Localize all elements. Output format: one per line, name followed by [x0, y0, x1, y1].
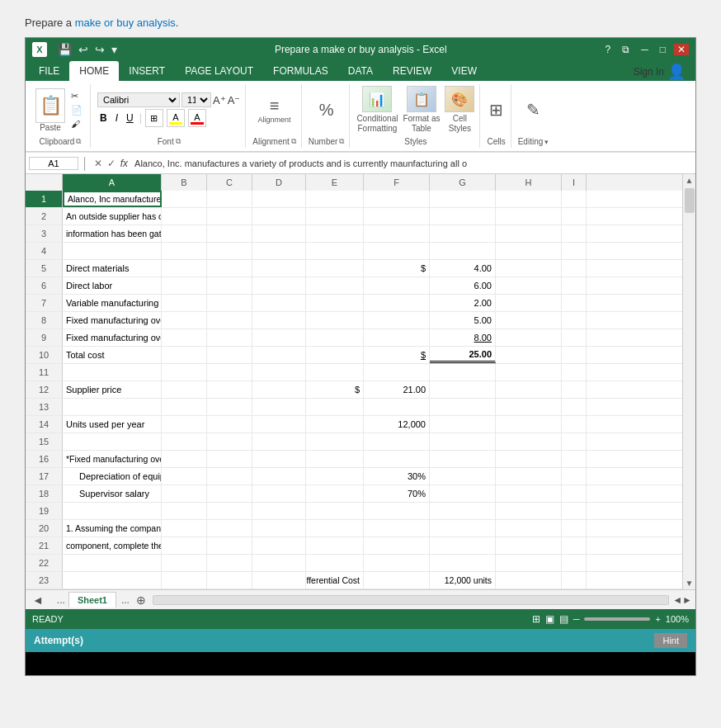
cell-i20[interactable] — [562, 520, 587, 537]
cell-c13[interactable] — [207, 399, 252, 415]
cell-i18[interactable] — [562, 485, 587, 502]
cell-i3[interactable] — [562, 225, 587, 242]
tab-file[interactable]: FILE — [29, 61, 69, 81]
cell-a23[interactable] — [63, 572, 162, 589]
cell-e23[interactable]: Per Unit Differential Cost — [306, 572, 364, 589]
cell-a18[interactable]: Supervisor salary — [63, 485, 162, 502]
cell-e11[interactable] — [306, 364, 364, 381]
paste-button[interactable]: 📋 — [35, 88, 65, 123]
cell-d6[interactable] — [252, 277, 306, 294]
cell-h9[interactable] — [496, 329, 562, 346]
cell-b20[interactable] — [162, 520, 207, 537]
cell-b2[interactable] — [162, 208, 207, 225]
cell-g23[interactable]: 12,000 units — [430, 572, 496, 589]
cell-h19[interactable] — [496, 503, 562, 519]
cell-i10[interactable] — [562, 347, 587, 363]
cell-d20[interactable] — [252, 520, 306, 537]
cell-f23[interactable] — [364, 572, 430, 589]
cell-g12[interactable] — [430, 381, 496, 398]
cell-b19[interactable] — [162, 503, 207, 519]
horizontal-scrollbar[interactable] — [153, 595, 669, 605]
cell-d19[interactable] — [252, 503, 306, 519]
cell-a20[interactable]: 1. Assuming the company has no alternati… — [63, 520, 162, 537]
cell-b4[interactable] — [162, 243, 207, 259]
cell-c10[interactable] — [207, 347, 252, 363]
cell-c3[interactable] — [207, 225, 252, 242]
cell-d1[interactable] — [252, 191, 306, 207]
cell-f14[interactable]: 12,000 — [364, 416, 430, 433]
format-painter-button[interactable]: 🖌 — [68, 118, 85, 130]
cell-b11[interactable] — [162, 364, 207, 381]
increase-font-size-button[interactable]: A⁺ — [213, 94, 226, 106]
cell-b21[interactable] — [162, 537, 207, 554]
cell-e13[interactable] — [306, 399, 364, 415]
cell-c5[interactable] — [207, 260, 252, 277]
cell-b18[interactable] — [162, 485, 207, 502]
cell-d8[interactable] — [252, 312, 306, 329]
row-num-20[interactable]: 20 — [26, 520, 63, 537]
cell-i13[interactable] — [562, 399, 587, 415]
cell-i22[interactable] — [562, 555, 587, 571]
cell-g15[interactable] — [430, 433, 496, 450]
cell-e6[interactable] — [306, 277, 364, 294]
help-btn[interactable]: ? — [602, 44, 615, 55]
cell-i16[interactable] — [562, 451, 587, 467]
maximize-btn[interactable]: □ — [657, 44, 669, 55]
col-header-d[interactable]: D — [252, 174, 306, 191]
cell-f13[interactable] — [364, 399, 430, 415]
cell-d14[interactable] — [252, 416, 306, 433]
cell-g9[interactable]: 8.00 — [430, 329, 496, 346]
cell-c21[interactable] — [207, 537, 252, 554]
cell-g13[interactable] — [430, 399, 496, 415]
cell-reference-input[interactable] — [29, 157, 78, 170]
scroll-up-arrow[interactable]: ▲ — [684, 174, 695, 187]
cell-i9[interactable] — [562, 329, 587, 346]
cell-e7[interactable] — [306, 295, 364, 311]
cell-f5[interactable]: $ — [364, 260, 430, 277]
cell-a12[interactable]: Supplier price — [63, 381, 162, 398]
cell-f3[interactable] — [364, 225, 430, 242]
cell-b6[interactable] — [162, 277, 207, 294]
cell-i11[interactable] — [562, 364, 587, 381]
cell-f16[interactable] — [364, 451, 430, 467]
cell-a3[interactable]: information has been gathered relating t… — [63, 225, 162, 242]
decrease-font-size-button[interactable]: A⁻ — [228, 94, 241, 106]
cell-h12[interactable] — [496, 381, 562, 398]
fill-color-button[interactable]: A — [167, 109, 185, 127]
cell-h2[interactable] — [496, 208, 562, 225]
cell-c8[interactable] — [207, 312, 252, 329]
cell-g4[interactable] — [430, 243, 496, 259]
cell-i8[interactable] — [562, 312, 587, 329]
cell-b1[interactable] — [162, 191, 207, 207]
cell-c1[interactable] — [207, 191, 252, 207]
cells-button[interactable]: ⊞ — [489, 100, 503, 120]
cell-b15[interactable] — [162, 433, 207, 450]
editing-arrow-icon[interactable]: ▾ — [544, 138, 549, 146]
cell-f11[interactable] — [364, 364, 430, 381]
cell-e16[interactable] — [306, 451, 364, 467]
row-num-1[interactable]: 1 — [26, 191, 63, 207]
cell-b12[interactable] — [162, 381, 207, 398]
cell-d7[interactable] — [252, 295, 306, 311]
cell-a8[interactable]: Fixed manufacturing overhead, traceable* — [63, 312, 162, 329]
col-header-c[interactable]: C — [207, 174, 252, 191]
cell-f8[interactable] — [364, 312, 430, 329]
font-family-select[interactable]: Calibri — [97, 92, 180, 107]
cell-e2[interactable] — [306, 208, 364, 225]
cell-h14[interactable] — [496, 416, 562, 433]
row-num-8[interactable]: 8 — [26, 312, 63, 329]
cell-a7[interactable]: Variable manufacturing overhead — [63, 295, 162, 311]
cell-d22[interactable] — [252, 555, 306, 571]
cell-a19[interactable] — [63, 503, 162, 519]
cell-f6[interactable] — [364, 277, 430, 294]
cell-b9[interactable] — [162, 329, 207, 346]
vertical-scrollbar[interactable]: ▲ ▼ — [682, 174, 695, 589]
cell-a16[interactable]: *Fixed manufacturing overhead, traceable… — [63, 451, 162, 467]
cell-f17[interactable]: 30% — [364, 468, 430, 485]
cell-e12[interactable]: $ — [306, 381, 364, 398]
cell-g1[interactable] — [430, 191, 496, 207]
cell-b17[interactable] — [162, 468, 207, 485]
cell-d17[interactable] — [252, 468, 306, 485]
row-num-10[interactable]: 10 — [26, 347, 63, 363]
cell-f2[interactable] — [364, 208, 430, 225]
